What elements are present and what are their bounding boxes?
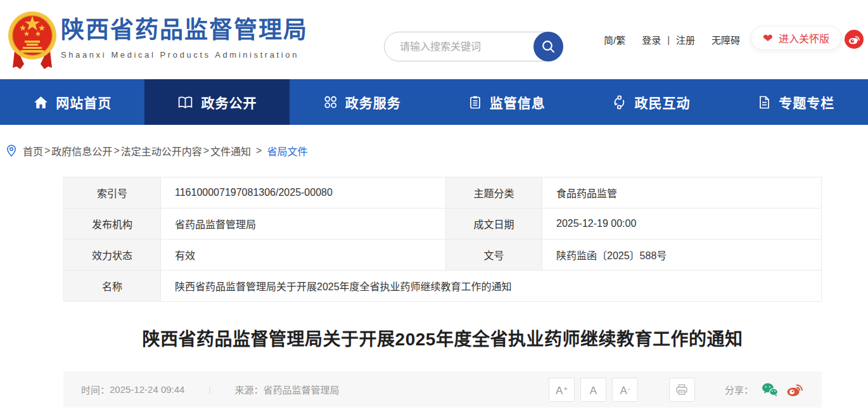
breadcrumb: 首页 > 政府信息公开 > 法定主动公开内容 > 文件通知 > 省局文件	[0, 125, 868, 177]
font-larger-label: A	[556, 385, 563, 397]
site-title: 陕西省药品监督管理局	[61, 11, 308, 45]
accessibility-link[interactable]: 无障碍	[712, 33, 740, 46]
share-label: 分享：	[725, 383, 753, 396]
info-value-doc-number: 陕药监函〔2025〕588号	[542, 240, 822, 271]
search-icon	[540, 39, 556, 54]
meta-divider: |	[208, 385, 210, 394]
nav-item-special-topics[interactable]: 专题专栏	[724, 79, 868, 125]
article-meta-bar: 时间： 2025-12-24 09:44 | 来源： 省药品监督管理局 A+ A…	[63, 371, 822, 407]
care-mode-button[interactable]: ❤ 进入关怀版	[751, 26, 841, 50]
site-header: 陕西省药品监督管理局 Shaanxi Medical Products Admi…	[0, 0, 868, 79]
share-group: 分享：	[725, 382, 804, 397]
article-content: 索引号 116100007197081306/2025-00080 主题分类 食…	[63, 177, 822, 407]
nav-label: 网站首页	[56, 93, 112, 112]
breadcrumb-separator: >	[203, 145, 209, 157]
weibo-share-icon[interactable]	[786, 382, 804, 397]
font-smaller-sup: -	[628, 385, 630, 392]
article-tools: A+ A A- 分享：	[549, 378, 804, 402]
location-pin-icon	[6, 144, 16, 157]
site-brand: 陕西省药品监督管理局 Shaanxi Medical Products Admi…	[61, 11, 308, 60]
breadcrumb-separator: >	[256, 145, 262, 157]
nav-label: 政务服务	[345, 93, 401, 112]
publish-time: 2025-12-24 09:44	[110, 384, 184, 395]
table-row: 索引号 116100007197081306/2025-00080 主题分类 食…	[64, 177, 822, 208]
breadcrumb-file-notices[interactable]: 文件通知	[210, 143, 251, 158]
info-label-date: 成文日期	[446, 208, 542, 240]
info-value-date: 2025-12-19 00:00	[542, 208, 822, 240]
page-title: 陕西省药品监督管理局关于开展2025年度全省执业药师继续教育工作的通知	[63, 325, 822, 350]
wechat-share-icon[interactable]	[761, 382, 779, 397]
info-value-name: 陕西省药品监督管理局关于开展2025年度全省执业药师继续教育工作的通知	[161, 271, 822, 302]
document-icon	[756, 94, 772, 110]
search-input[interactable]	[385, 41, 533, 53]
login-link[interactable]: 登录	[642, 33, 661, 46]
time-label: 时间：	[81, 383, 110, 396]
national-emblem-logo	[8, 6, 57, 73]
font-size-normal-button[interactable]: A	[580, 378, 606, 402]
info-label-index: 索引号	[64, 177, 161, 208]
font-size-decrease-button[interactable]: A-	[612, 378, 638, 402]
nav-label: 政民互动	[634, 93, 690, 112]
table-row: 效力状态 有效 文号 陕药监函〔2025〕588号	[64, 240, 822, 271]
breadcrumb-separator: >	[44, 145, 50, 157]
document-info-table: 索引号 116100007197081306/2025-00080 主题分类 食…	[63, 177, 822, 302]
main-nav: 网站首页 政务公开 政务服务 监管信息	[0, 79, 868, 125]
publish-source: 省药品监督管理局	[264, 383, 340, 396]
nav-label: 政务公开	[201, 93, 257, 112]
info-value-issuer: 省药品监督管理局	[161, 208, 446, 240]
font-smaller-label: A	[620, 385, 627, 397]
info-label-name: 名称	[64, 271, 161, 302]
lang-toggle-link[interactable]: 简/繁	[604, 33, 625, 46]
register-link[interactable]: 注册	[676, 33, 695, 46]
nav-label: 监管信息	[490, 93, 546, 112]
book-icon	[177, 94, 194, 110]
nav-item-public-interaction[interactable]: 政民互动	[578, 79, 723, 125]
utility-links: 简/繁 登录 | 注册 无障碍	[604, 32, 740, 48]
heart-icon: ❤	[763, 32, 773, 44]
clipboard-icon	[468, 94, 483, 110]
nav-item-gov-services[interactable]: 政务服务	[290, 79, 434, 125]
breadcrumb-home[interactable]: 首页	[23, 143, 43, 158]
breadcrumb-gov-info[interactable]: 政府信息公开	[51, 143, 112, 158]
font-larger-sup: +	[563, 385, 567, 392]
home-icon	[33, 94, 49, 110]
print-button[interactable]	[669, 378, 695, 402]
font-normal-label: A	[590, 385, 597, 397]
breadcrumb-statutory-disclosure[interactable]: 法定主动公开内容	[121, 143, 202, 158]
interaction-icon	[611, 94, 627, 110]
search-bar	[384, 32, 563, 61]
info-label-issuer: 发布机构	[64, 208, 161, 240]
nav-item-gov-disclosure[interactable]: 政务公开	[144, 79, 289, 125]
info-value-index: 116100007197081306/2025-00080	[161, 177, 446, 208]
grid-circles-icon	[322, 94, 338, 110]
source-label: 来源：	[235, 383, 264, 396]
info-label-doc-number: 文号	[446, 240, 542, 271]
breadcrumb-current[interactable]: 省局文件	[267, 143, 307, 158]
site-subtitle: Shaanxi Medical Products Administration	[61, 50, 308, 60]
info-value-validity: 有效	[161, 240, 446, 271]
table-row: 名称 陕西省药品监督管理局关于开展2025年度全省执业药师继续教育工作的通知	[64, 271, 822, 302]
breadcrumb-separator: >	[113, 145, 119, 157]
printer-icon	[675, 383, 689, 397]
nav-item-regulatory-info[interactable]: 监管信息	[434, 79, 578, 125]
info-label-validity: 效力状态	[64, 240, 161, 271]
nav-item-home[interactable]: 网站首页	[0, 79, 144, 125]
info-label-topic: 主题分类	[446, 177, 542, 208]
login-register-divider: |	[667, 34, 670, 45]
weibo-icon[interactable]	[845, 30, 864, 49]
search-button[interactable]	[533, 32, 563, 61]
info-value-topic: 食品药品监管	[542, 177, 822, 208]
font-size-increase-button[interactable]: A+	[549, 378, 575, 402]
nav-label: 专题专栏	[779, 93, 834, 112]
care-mode-label: 进入关怀版	[779, 30, 829, 46]
table-row: 发布机构 省药品监督管理局 成文日期 2025-12-19 00:00	[64, 208, 822, 240]
